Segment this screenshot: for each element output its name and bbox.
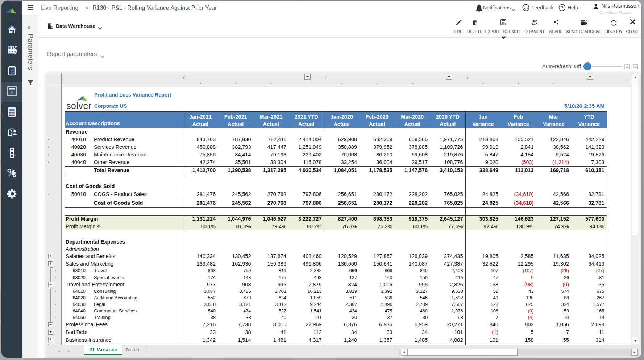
svg-text:?: ? bbox=[561, 5, 563, 10]
svg-text:x: x bbox=[502, 21, 504, 25]
